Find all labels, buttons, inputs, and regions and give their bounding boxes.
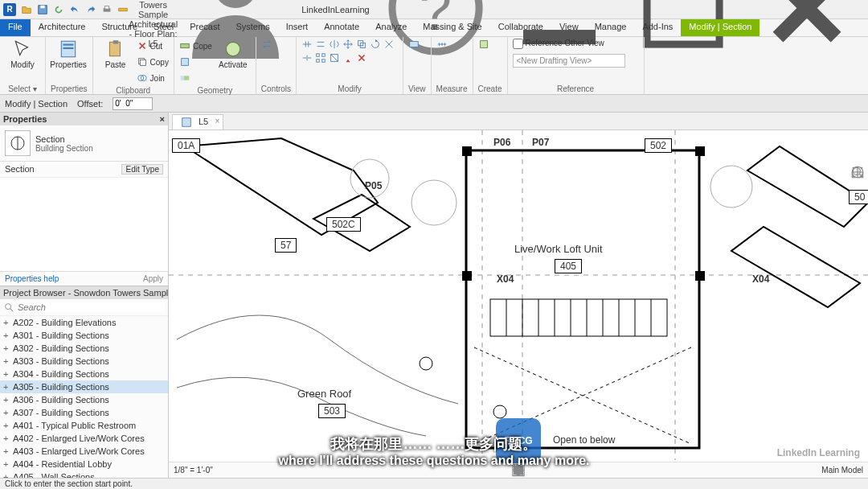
close-icon[interactable] [749, 0, 865, 68]
move-icon[interactable] [342, 39, 354, 50]
tab-modify-section[interactable]: Modify | Section [681, 19, 760, 36]
project-browser-item[interactable]: A202 - Building Elevations [0, 316, 168, 329]
zoom-icon[interactable] [850, 198, 863, 211]
cut-icon [137, 40, 148, 51]
project-browser-item[interactable]: A403 - Enlarged Live/Work Cores [0, 445, 168, 458]
tab-massing[interactable]: Massing & Site [415, 19, 489, 36]
scale-icon[interactable] [329, 52, 340, 64]
modify-button[interactable]: Modify [5, 39, 40, 69]
join-icon [137, 72, 148, 84]
tab-file[interactable]: File [0, 19, 31, 36]
create-icon[interactable] [478, 39, 489, 50]
join-geom-icon [179, 72, 190, 84]
tab-view[interactable]: View [551, 19, 587, 36]
tab-manage[interactable]: Manage [587, 19, 635, 36]
ref-view-dropdown[interactable]: <New Drafting View> [513, 54, 625, 68]
grid-label: P07 [532, 137, 549, 148]
view-icon[interactable] [408, 39, 420, 50]
copy-mod-icon[interactable] [356, 39, 367, 50]
sync-icon[interactable] [53, 4, 64, 15]
cut-geom-button[interactable] [179, 55, 212, 69]
delete-icon[interactable] [356, 52, 367, 64]
svg-rect-19 [181, 43, 190, 47]
cut-button[interactable]: Cut [137, 39, 169, 53]
project-browser-item[interactable]: A302 - Building Sections [0, 342, 168, 355]
tab-insert[interactable]: Insert [278, 19, 317, 36]
svg-rect-31 [410, 42, 419, 47]
print-icon[interactable] [101, 4, 113, 15]
redo-icon[interactable] [85, 4, 96, 15]
undo-icon[interactable] [69, 4, 80, 15]
crop-icon[interactable] [290, 465, 301, 476]
project-browser-item[interactable]: A404 - Residential Lobby [0, 458, 168, 471]
options-bar: Modify | Section Offset: [0, 95, 868, 113]
project-browser-item[interactable]: A307 - Building Sections [0, 406, 168, 419]
mirror-icon[interactable] [329, 39, 340, 50]
group-label: Properties [51, 84, 88, 94]
paste-icon [105, 39, 126, 60]
ribbon-group-properties: Properties Properties [46, 37, 93, 94]
project-browser-item[interactable]: A301 - Building Sections [0, 329, 168, 342]
join-geom-button[interactable] [179, 71, 212, 85]
tab-structure[interactable]: Structure [93, 19, 145, 36]
project-browser-item[interactable]: A304 - Building Sections [0, 368, 168, 380]
measure-button-icon[interactable] [436, 39, 448, 50]
split-icon[interactable] [301, 52, 313, 64]
tab-architecture[interactable]: Architecture [31, 19, 94, 36]
search-icon [3, 302, 14, 313]
align-icon[interactable] [301, 39, 313, 50]
save-icon[interactable] [37, 4, 48, 15]
tab-annotate[interactable]: Annotate [316, 19, 367, 36]
ribbon-group-measure: Measure [432, 37, 473, 94]
project-browser-item[interactable]: A305 - Building Sections [0, 380, 168, 393]
tab-systems[interactable]: Systems [227, 19, 277, 36]
properties-button[interactable]: Properties [51, 39, 86, 69]
ribbon-group-clipboard: Paste Cut Copy Join Clipboard [93, 37, 174, 94]
view-tab-l5[interactable]: L5 × [172, 114, 223, 129]
ribbon-group-geometry: Cope Activate Geometry [174, 37, 256, 94]
panel-close-icon[interactable]: × [160, 114, 165, 124]
svg-point-61 [420, 357, 432, 370]
paste-button[interactable]: Paste [98, 39, 133, 69]
nav-bar [850, 134, 865, 211]
measure-icon[interactable] [117, 4, 129, 15]
offset-icon[interactable] [315, 39, 326, 50]
project-browser-search[interactable] [18, 302, 165, 312]
copy-button[interactable]: Copy [137, 55, 169, 69]
signin-name[interactable]: LinkedInLearning [301, 5, 369, 14]
ref-other-view-checkbox[interactable]: Reference Other View [513, 39, 604, 49]
ribbon-group-reference: Reference Other View <New Drafting View>… [508, 37, 645, 94]
edit-type-button[interactable]: Edit Type [121, 164, 163, 175]
apply-button[interactable]: Apply [143, 274, 163, 283]
offset-input[interactable] [113, 97, 153, 110]
project-browser-item[interactable]: A306 - Building Sections [0, 393, 168, 406]
cope-button[interactable]: Cope [179, 39, 212, 53]
rotate-icon[interactable] [370, 39, 381, 50]
flip-icon[interactable] [261, 39, 272, 50]
array-icon[interactable] [315, 52, 326, 64]
project-browser-item[interactable]: A402 - Enlarged Live/Work Cores [0, 432, 168, 445]
activate-button[interactable]: Activate [215, 39, 251, 69]
tab-steel[interactable]: Steel [145, 19, 182, 36]
project-browser-item[interactable]: A405 - Wall Sections [0, 471, 168, 478]
svg-rect-1 [40, 5, 44, 8]
canvas[interactable]: P06 P07 P05 01A 502 50 502C 57 X04 X04 L… [169, 130, 868, 478]
tab-precast[interactable]: Precast [182, 19, 227, 36]
svg-rect-42 [695, 146, 705, 156]
grid-label: X04 [497, 273, 514, 285]
room-name: Live/Work Loft Unit [514, 243, 603, 255]
open-icon[interactable] [21, 4, 32, 15]
tab-collaborate[interactable]: Collaborate [490, 19, 551, 36]
trim-icon[interactable] [383, 39, 395, 50]
tab-addins[interactable]: Add-Ins [634, 19, 681, 36]
tab-analyze[interactable]: Analyze [367, 19, 415, 36]
tab-close-icon[interactable]: × [215, 117, 219, 125]
grid-label: X04 [752, 273, 769, 285]
project-browser-item[interactable]: A401 - Typical Public Restroom [0, 419, 168, 432]
type-selector[interactable]: Section Building Section [0, 125, 168, 162]
pin-icon[interactable] [342, 52, 354, 64]
join-button[interactable]: Join [137, 71, 169, 85]
svg-point-60 [710, 166, 752, 208]
project-browser-item[interactable]: A303 - Building Sections [0, 355, 168, 368]
properties-help-link[interactable]: Properties help [5, 274, 59, 283]
